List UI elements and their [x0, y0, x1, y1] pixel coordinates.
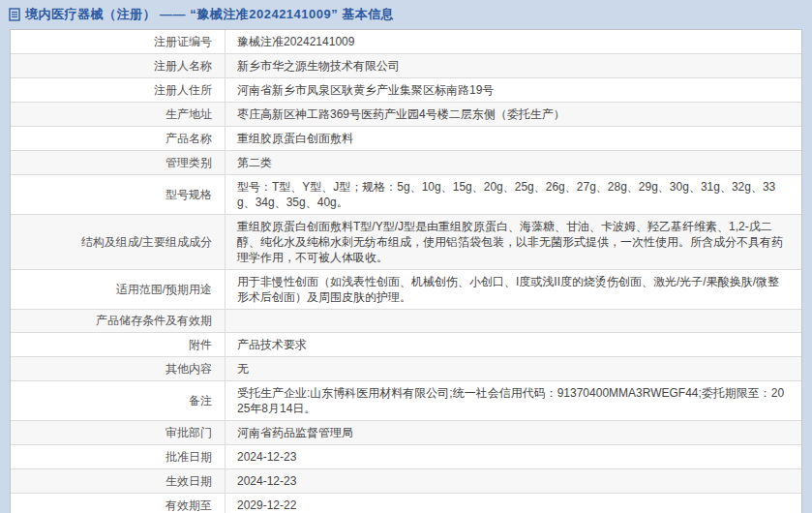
row-label-text: 审批部门	[165, 426, 212, 440]
row-label-text: 注册人名称	[154, 59, 212, 74]
row-label-text: 结构及组成/主要组成成分	[81, 235, 212, 250]
row-label: 备注	[11, 381, 226, 420]
row-label-text: 产品名称	[165, 132, 212, 146]
page-header: 境内医疗器械（注册） —— “豫械注准20242141009” 基本信息	[0, 0, 812, 29]
table-row: 审批部门河南省药品监督管理局	[11, 421, 801, 445]
row-value: 无	[226, 357, 801, 380]
row-label: 型号规格	[11, 175, 226, 214]
table-row: 有效期至2029-12-22	[11, 494, 801, 513]
row-label: 生效日期	[11, 469, 226, 493]
row-label: 产品储存条件及有效期	[11, 310, 226, 332]
row-value: 重组胶原蛋白创面敷料	[226, 127, 801, 150]
table-row: 管理类别第二类	[11, 151, 801, 175]
row-value: 2024-12-23	[226, 445, 801, 468]
row-label-text: 批准日期	[165, 450, 212, 465]
row-label-text: 型号规格	[165, 188, 212, 202]
row-value: 枣庄高新区神工路369号医药产业园4号楼二层东侧（委托生产）	[226, 103, 801, 126]
row-label: 有效期至	[11, 494, 226, 513]
table-row: 结构及组成/主要组成成分重组胶原蛋白创面敷料T型/Y型/J型是由重组胶原蛋白、海…	[11, 215, 801, 270]
row-value: 第二类	[226, 151, 801, 174]
row-value: 2029-12-22	[226, 494, 801, 513]
row-label: 审批部门	[11, 421, 226, 444]
row-label: 产品名称	[11, 127, 226, 150]
row-value: 受托生产企业:山东博科医用材料有限公司;统一社会信用代码：91370400MMA…	[226, 381, 801, 420]
row-value: 重组胶原蛋白创面敷料T型/Y型/J型是由重组胶原蛋白、海藻糖、甘油、卡波姆、羟乙…	[226, 215, 801, 269]
page-title: 境内医疗器械（注册） —— “豫械注准20242141009” 基本信息	[25, 6, 394, 23]
row-label-text: 其他内容	[165, 362, 212, 377]
row-label: 注册证编号	[11, 30, 226, 53]
page: 境内医疗器械（注册） —— “豫械注准20242141009” 基本信息 注册证…	[0, 0, 812, 513]
document-icon	[9, 8, 20, 21]
row-label-text: 管理类别	[165, 156, 212, 170]
table-row: 注册人住所河南省新乡市凤泉区耿黄乡产业集聚区标南路19号	[11, 78, 801, 103]
table-row: 生产地址枣庄高新区神工路369号医药产业园4号楼二层东侧（委托生产）	[11, 103, 801, 127]
row-label: 管理类别	[11, 151, 226, 174]
row-label-text: 生效日期	[165, 474, 212, 489]
row-label: 结构及组成/主要组成成分	[11, 215, 226, 269]
table-row: 备注受托生产企业:山东博科医用材料有限公司;统一社会信用代码：91370400M…	[11, 381, 801, 421]
row-label-text: 备注	[189, 394, 212, 408]
table-row: 适用范围/预期用途用于非慢性创面（如浅表性创面、机械创伤、小创口、I度或浅II度…	[11, 270, 801, 310]
row-label-text: 注册人住所	[154, 83, 212, 98]
row-value: 型号：T型、Y型、J型；规格：5g、10g、15g、20g、25g、26g、27…	[226, 175, 801, 214]
table-row: 型号规格型号：T型、Y型、J型；规格：5g、10g、15g、20g、25g、26…	[11, 175, 801, 215]
row-label-text: 有效期至	[165, 498, 212, 513]
row-value: 河南省药品监督管理局	[226, 421, 801, 444]
row-label-text: 生产地址	[165, 107, 212, 122]
row-label: 适用范围/预期用途	[11, 270, 226, 309]
row-label: 生产地址	[11, 103, 226, 126]
table-row: 产品储存条件及有效期	[11, 310, 801, 333]
row-label-text: 注册证编号	[154, 35, 212, 49]
row-label: 批准日期	[11, 445, 226, 468]
table-row: 附件产品技术要求	[11, 333, 801, 357]
table-row: 批准日期2024-12-23	[11, 445, 801, 469]
table-row: 其他内容无	[11, 357, 801, 381]
row-value: 河南省新乡市凤泉区耿黄乡产业集聚区标南路19号	[226, 78, 801, 102]
row-label: 其他内容	[11, 357, 226, 380]
table-row: 注册人名称新乡市华之源生物技术有限公司	[11, 54, 801, 78]
row-label-text: 产品储存条件及有效期	[96, 314, 212, 328]
info-table: 注册证编号豫械注准20242141009注册人名称新乡市华之源生物技术有限公司注…	[10, 29, 802, 513]
row-label-text: 适用范围/预期用途	[116, 283, 212, 297]
row-value: 产品技术要求	[226, 333, 801, 356]
row-value: 用于非慢性创面（如浅表性创面、机械创伤、小创口、I度或浅II度的烧烫伤创面、激光…	[226, 270, 801, 309]
table-row: 注册证编号豫械注准20242141009	[11, 30, 801, 54]
table-row: 产品名称重组胶原蛋白创面敷料	[11, 127, 801, 151]
row-value: 豫械注准20242141009	[226, 30, 801, 53]
row-value	[226, 310, 801, 332]
row-value: 2024-12-23	[226, 469, 801, 493]
row-value: 新乡市华之源生物技术有限公司	[226, 54, 801, 77]
row-label-text: 附件	[189, 338, 212, 352]
table-row: 生效日期2024-12-23	[11, 469, 801, 494]
row-label: 附件	[11, 333, 226, 356]
row-label: 注册人名称	[11, 54, 226, 77]
row-label: 注册人住所	[11, 78, 226, 102]
